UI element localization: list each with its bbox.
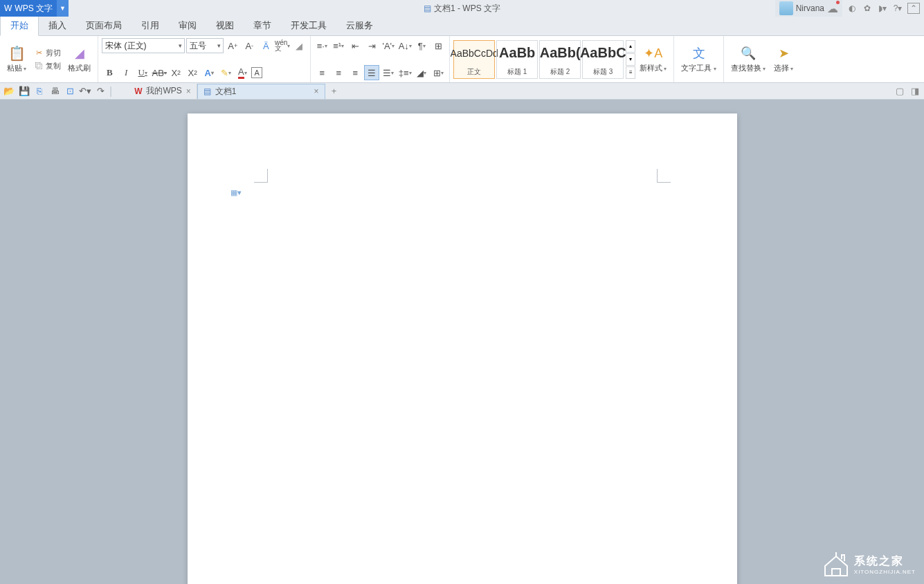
tab-insert[interactable]: 插入 [39, 16, 76, 35]
increase-indent-button[interactable]: ⇥ [364, 38, 379, 53]
tab-chapter[interactable]: 章节 [244, 16, 281, 35]
find-replace-button[interactable]: 🔍 查找替换 [727, 44, 770, 75]
skin-icon[interactable]: ◐ [846, 3, 858, 14]
tab-mywps-label: 我的WPS [146, 85, 181, 97]
text-tools-icon: 文 [691, 45, 707, 62]
change-case-button[interactable]: Ä [258, 38, 273, 53]
highlight-button[interactable]: ✎ [218, 65, 233, 80]
new-tab-button[interactable]: + [328, 85, 341, 98]
redo-button[interactable]: ↷ [94, 85, 107, 98]
tab-mywps[interactable]: W 我的WPS × [129, 84, 197, 99]
document-page[interactable]: ▦▾ [188, 113, 737, 584]
panel-toggle-icon[interactable]: ◨ [909, 85, 921, 98]
app-menu[interactable]: W WPS 文字 [0, 0, 57, 17]
tab-cloud[interactable]: 云服务 [336, 16, 383, 35]
asian-layout-button[interactable]: 'A' [381, 38, 396, 53]
show-marks-button[interactable]: ¶ [414, 38, 429, 53]
presentation-icon[interactable]: ▢ [894, 85, 906, 98]
new-style-icon: ✦A [645, 45, 662, 62]
align-right-button[interactable]: ≡ [347, 65, 363, 80]
sort-button[interactable]: A↓ [397, 38, 413, 53]
character-border-button[interactable]: A [251, 67, 262, 78]
clear-formatting-button[interactable]: ◢ [291, 38, 307, 53]
wps-logo-icon: W [134, 86, 142, 96]
tab-start[interactable]: 开始 [0, 15, 39, 36]
export-button[interactable]: ⎘ [33, 85, 46, 98]
mode-icon[interactable]: ◗▾ [877, 3, 888, 14]
font-size-select[interactable] [186, 38, 224, 53]
expand-gallery-icon[interactable]: ≡ [626, 66, 635, 79]
margin-marker-tl [254, 169, 268, 183]
tab-document1[interactable]: ▤ 文档1 × [197, 84, 325, 99]
collapse-ribbon-icon[interactable]: ⌃ [907, 3, 920, 14]
tab-view[interactable]: 视图 [206, 16, 244, 35]
format-painter-icon: ◢ [71, 45, 88, 62]
cut-button[interactable]: ✂剪切 [32, 46, 62, 59]
text-effects-button[interactable]: A [201, 65, 217, 80]
paste-button[interactable]: 📋 粘贴 [3, 44, 30, 75]
font-color-button[interactable]: A [235, 65, 250, 80]
settings-icon[interactable]: ✿ [862, 3, 873, 14]
user-notif-icon: ☁ [827, 2, 838, 15]
style-name: 标题 2 [550, 66, 570, 78]
chevron-down-icon[interactable]: ▾ [626, 53, 635, 66]
page-options-button[interactable]: ▦▾ [230, 187, 242, 198]
select-button[interactable]: ➤ 选择 [770, 44, 797, 75]
tab-review[interactable]: 审阅 [169, 16, 206, 35]
user-account[interactable]: Nirvana ☁ [775, 0, 842, 17]
superscript-button[interactable]: X2 [168, 65, 183, 80]
grow-font-button[interactable]: A+ [225, 38, 240, 53]
app-menu-dropdown[interactable]: ▼ [57, 0, 69, 17]
copy-button[interactable]: ⿻复制 [32, 60, 62, 72]
style-heading1[interactable]: AaBb 标题 1 [496, 40, 538, 79]
font-family-select[interactable] [102, 38, 185, 53]
print-button[interactable]: 🖶 [48, 85, 61, 98]
close-tab-icon[interactable]: × [314, 86, 319, 96]
bold-button[interactable]: B [102, 65, 117, 80]
align-center-button[interactable]: ≡ [331, 65, 346, 80]
tab-dev-tools[interactable]: 开发工具 [281, 16, 336, 35]
phonetic-guide-button[interactable]: wén文 [275, 38, 290, 53]
style-heading2[interactable]: AaBb( 标题 2 [539, 40, 581, 79]
tab-references[interactable]: 引用 [132, 16, 169, 35]
margin-marker-tr [657, 169, 671, 183]
numbering-button[interactable]: ≡¹ [331, 38, 346, 53]
close-tab-icon[interactable]: × [186, 86, 191, 96]
style-heading3[interactable]: AaBbC 标题 3 [582, 40, 624, 79]
insert-table-button[interactable]: ⊞ [431, 38, 446, 53]
distribute-button[interactable]: ☰ [381, 65, 396, 80]
bullets-button[interactable]: ≡· [314, 38, 329, 53]
style-gallery-scroll[interactable]: ▴ ▾ ≡ [626, 40, 635, 79]
cut-label: 剪切 [46, 48, 61, 58]
shrink-font-button[interactable]: A- [242, 38, 257, 53]
user-name: Nirvana [796, 3, 824, 13]
subscript-button[interactable]: X2 [185, 65, 200, 80]
print-preview-button[interactable]: ⊡ [64, 85, 76, 98]
save-button[interactable]: 💾 [18, 85, 30, 98]
tab-page-layout[interactable]: 页面布局 [76, 16, 132, 35]
text-tools-button[interactable]: 文 文字工具 [677, 44, 720, 75]
align-justify-button[interactable]: ☰ [364, 65, 379, 80]
style-preview: AaBbC [580, 41, 626, 66]
watermark-subtitle: XITONGZHIJIA.NET [854, 569, 916, 575]
borders-button[interactable]: ⊞ [431, 65, 446, 80]
italic-button[interactable]: I [118, 65, 134, 80]
title-bar: W WPS 文字 ▼ ▤ 文档1 - WPS 文字 Nirvana ☁ ◐ ✿ … [0, 0, 924, 17]
cursor-icon: ➤ [775, 45, 792, 62]
align-left-button[interactable]: ≡ [314, 65, 329, 80]
help-icon[interactable]: ?▾ [892, 3, 903, 14]
underline-button[interactable]: U [135, 65, 150, 80]
line-spacing-button[interactable]: ‡≡ [397, 65, 413, 80]
strikethrough-button[interactable]: AB [152, 65, 167, 80]
new-style-button[interactable]: ✦A 新样式 [635, 44, 671, 75]
decrease-indent-button[interactable]: ⇤ [347, 38, 363, 53]
new-style-label: 新样式 [640, 63, 667, 73]
style-normal[interactable]: AaBbCcDd 正文 [453, 40, 495, 79]
undo-button[interactable]: ↶▾ [79, 85, 91, 98]
find-replace-label: 查找替换 [731, 63, 766, 73]
window-title: ▤ 文档1 - WPS 文字 [424, 3, 500, 15]
format-painter-button[interactable]: ◢ 格式刷 [64, 44, 95, 75]
chevron-up-icon[interactable]: ▴ [626, 40, 635, 53]
open-button[interactable]: 📂 [3, 85, 15, 98]
shading-button[interactable]: ◢ [414, 65, 429, 80]
